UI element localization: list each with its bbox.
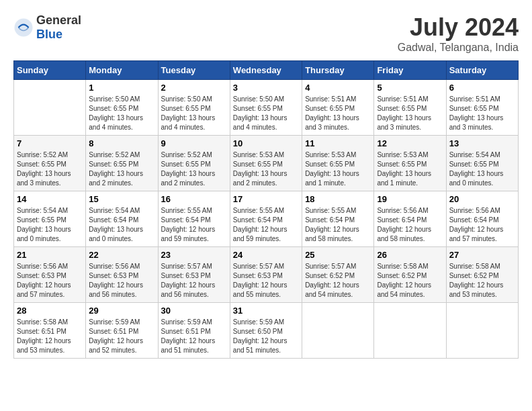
- day-info: Sunrise: 5:55 AMSunset: 6:54 PMDaylight:…: [305, 206, 371, 244]
- table-cell: 14Sunrise: 5:54 AMSunset: 6:55 PMDayligh…: [14, 191, 86, 247]
- table-cell: 21Sunrise: 5:56 AMSunset: 6:53 PMDayligh…: [14, 247, 86, 303]
- table-cell: 4Sunrise: 5:51 AMSunset: 6:55 PMDaylight…: [302, 80, 374, 136]
- day-info: Sunrise: 5:57 AMSunset: 6:53 PMDaylight:…: [233, 262, 299, 300]
- day-info: Sunrise: 5:50 AMSunset: 6:55 PMDaylight:…: [161, 95, 227, 132]
- day-info: Sunrise: 5:59 AMSunset: 6:50 PMDaylight:…: [233, 318, 299, 355]
- day-info: Sunrise: 5:50 AMSunset: 6:55 PMDaylight:…: [89, 95, 154, 132]
- col-thursday: Thursday: [302, 61, 374, 80]
- table-cell: 2Sunrise: 5:50 AMSunset: 6:55 PMDaylight…: [158, 80, 230, 136]
- day-info: Sunrise: 5:54 AMSunset: 6:54 PMDaylight:…: [89, 206, 154, 244]
- day-info: Sunrise: 5:55 AMSunset: 6:54 PMDaylight:…: [161, 206, 227, 244]
- svg-point-0: [15, 19, 33, 37]
- table-cell: 18Sunrise: 5:55 AMSunset: 6:54 PMDayligh…: [302, 191, 374, 247]
- day-number: 5: [377, 83, 443, 93]
- day-number: 6: [449, 83, 515, 93]
- table-cell: [302, 303, 374, 359]
- day-number: 19: [377, 194, 443, 204]
- logo-general-text: General: [36, 13, 81, 27]
- table-cell: 7Sunrise: 5:52 AMSunset: 6:55 PMDaylight…: [14, 136, 86, 191]
- day-info: Sunrise: 5:51 AMSunset: 6:55 PMDaylight:…: [449, 95, 515, 132]
- day-number: 22: [89, 250, 154, 260]
- day-number: 20: [449, 194, 515, 204]
- day-number: 1: [89, 83, 154, 93]
- table-cell: 6Sunrise: 5:51 AMSunset: 6:55 PMDaylight…: [446, 80, 518, 136]
- day-info: Sunrise: 5:56 AMSunset: 6:53 PMDaylight:…: [89, 262, 154, 300]
- day-info: Sunrise: 5:50 AMSunset: 6:55 PMDaylight:…: [233, 95, 299, 132]
- day-info: Sunrise: 5:53 AMSunset: 6:55 PMDaylight:…: [305, 150, 371, 188]
- day-info: Sunrise: 5:59 AMSunset: 6:51 PMDaylight:…: [161, 318, 227, 355]
- day-number: 18: [305, 194, 371, 204]
- day-info: Sunrise: 5:52 AMSunset: 6:55 PMDaylight:…: [161, 150, 227, 188]
- table-cell: 28Sunrise: 5:58 AMSunset: 6:51 PMDayligh…: [14, 303, 86, 359]
- day-number: 4: [305, 83, 371, 93]
- table-cell: 25Sunrise: 5:57 AMSunset: 6:52 PMDayligh…: [302, 247, 374, 303]
- day-info: Sunrise: 5:51 AMSunset: 6:55 PMDaylight:…: [377, 95, 443, 132]
- logo-icon: [13, 17, 34, 38]
- table-cell: 5Sunrise: 5:51 AMSunset: 6:55 PMDaylight…: [374, 80, 446, 136]
- table-cell: 26Sunrise: 5:58 AMSunset: 6:52 PMDayligh…: [374, 247, 446, 303]
- calendar-header-row: Sunday Monday Tuesday Wednesday Thursday…: [14, 61, 519, 80]
- day-number: 21: [17, 250, 83, 260]
- title-area: July 2024 Gadwal, Telangana, India: [398, 13, 519, 54]
- table-cell: 15Sunrise: 5:54 AMSunset: 6:54 PMDayligh…: [86, 191, 158, 247]
- day-number: 8: [89, 138, 154, 148]
- col-tuesday: Tuesday: [158, 61, 230, 80]
- day-number: 9: [161, 138, 227, 148]
- col-monday: Monday: [86, 61, 158, 80]
- table-cell: [446, 303, 518, 359]
- day-info: Sunrise: 5:53 AMSunset: 6:55 PMDaylight:…: [377, 150, 443, 188]
- day-info: Sunrise: 5:56 AMSunset: 6:54 PMDaylight:…: [377, 206, 443, 244]
- table-cell: [374, 303, 446, 359]
- location-subtitle: Gadwal, Telangana, India: [398, 42, 519, 54]
- table-cell: 16Sunrise: 5:55 AMSunset: 6:54 PMDayligh…: [158, 191, 230, 247]
- calendar-week-5: 28Sunrise: 5:58 AMSunset: 6:51 PMDayligh…: [14, 303, 519, 359]
- table-cell: 27Sunrise: 5:58 AMSunset: 6:52 PMDayligh…: [446, 247, 518, 303]
- day-info: Sunrise: 5:54 AMSunset: 6:55 PMDaylight:…: [17, 206, 83, 244]
- day-info: Sunrise: 5:53 AMSunset: 6:55 PMDaylight:…: [233, 150, 299, 188]
- day-info: Sunrise: 5:52 AMSunset: 6:55 PMDaylight:…: [89, 150, 154, 188]
- day-number: 25: [305, 250, 371, 260]
- month-year-title: July 2024: [398, 13, 519, 42]
- day-number: 30: [161, 306, 227, 316]
- day-number: 16: [161, 194, 227, 204]
- calendar-week-1: 1Sunrise: 5:50 AMSunset: 6:55 PMDaylight…: [14, 80, 519, 136]
- table-cell: 29Sunrise: 5:59 AMSunset: 6:51 PMDayligh…: [86, 303, 158, 359]
- table-cell: 12Sunrise: 5:53 AMSunset: 6:55 PMDayligh…: [374, 136, 446, 191]
- calendar-table: Sunday Monday Tuesday Wednesday Thursday…: [13, 60, 519, 359]
- calendar-week-4: 21Sunrise: 5:56 AMSunset: 6:53 PMDayligh…: [14, 247, 519, 303]
- table-cell: 10Sunrise: 5:53 AMSunset: 6:55 PMDayligh…: [230, 136, 302, 191]
- table-cell: 20Sunrise: 5:56 AMSunset: 6:54 PMDayligh…: [446, 191, 518, 247]
- table-cell: 24Sunrise: 5:57 AMSunset: 6:53 PMDayligh…: [230, 247, 302, 303]
- day-number: 27: [449, 250, 515, 260]
- table-cell: 30Sunrise: 5:59 AMSunset: 6:51 PMDayligh…: [158, 303, 230, 359]
- table-cell: 19Sunrise: 5:56 AMSunset: 6:54 PMDayligh…: [374, 191, 446, 247]
- day-info: Sunrise: 5:55 AMSunset: 6:54 PMDaylight:…: [233, 206, 299, 244]
- day-number: 28: [17, 306, 83, 316]
- day-info: Sunrise: 5:54 AMSunset: 6:55 PMDaylight:…: [449, 150, 515, 188]
- day-info: Sunrise: 5:58 AMSunset: 6:51 PMDaylight:…: [17, 318, 83, 355]
- table-cell: 13Sunrise: 5:54 AMSunset: 6:55 PMDayligh…: [446, 136, 518, 191]
- day-number: 29: [89, 306, 154, 316]
- day-number: 26: [377, 250, 443, 260]
- day-number: 13: [449, 138, 515, 148]
- day-number: 17: [233, 194, 299, 204]
- day-number: 10: [233, 138, 299, 148]
- table-cell: 9Sunrise: 5:52 AMSunset: 6:55 PMDaylight…: [158, 136, 230, 191]
- day-number: 23: [161, 250, 227, 260]
- table-cell: [14, 80, 86, 136]
- day-number: 11: [305, 138, 371, 148]
- page-header: General Blue July 2024 Gadwal, Telangana…: [13, 13, 519, 54]
- day-info: Sunrise: 5:51 AMSunset: 6:55 PMDaylight:…: [305, 95, 371, 132]
- table-cell: 17Sunrise: 5:55 AMSunset: 6:54 PMDayligh…: [230, 191, 302, 247]
- day-number: 14: [17, 194, 83, 204]
- col-wednesday: Wednesday: [230, 61, 302, 80]
- day-number: 31: [233, 306, 299, 316]
- day-info: Sunrise: 5:58 AMSunset: 6:52 PMDaylight:…: [377, 262, 443, 300]
- col-friday: Friday: [374, 61, 446, 80]
- day-info: Sunrise: 5:56 AMSunset: 6:54 PMDaylight:…: [449, 206, 515, 244]
- day-number: 7: [17, 138, 83, 148]
- day-info: Sunrise: 5:59 AMSunset: 6:51 PMDaylight:…: [89, 318, 154, 355]
- table-cell: 31Sunrise: 5:59 AMSunset: 6:50 PMDayligh…: [230, 303, 302, 359]
- day-info: Sunrise: 5:58 AMSunset: 6:52 PMDaylight:…: [449, 262, 515, 300]
- table-cell: 1Sunrise: 5:50 AMSunset: 6:55 PMDaylight…: [86, 80, 158, 136]
